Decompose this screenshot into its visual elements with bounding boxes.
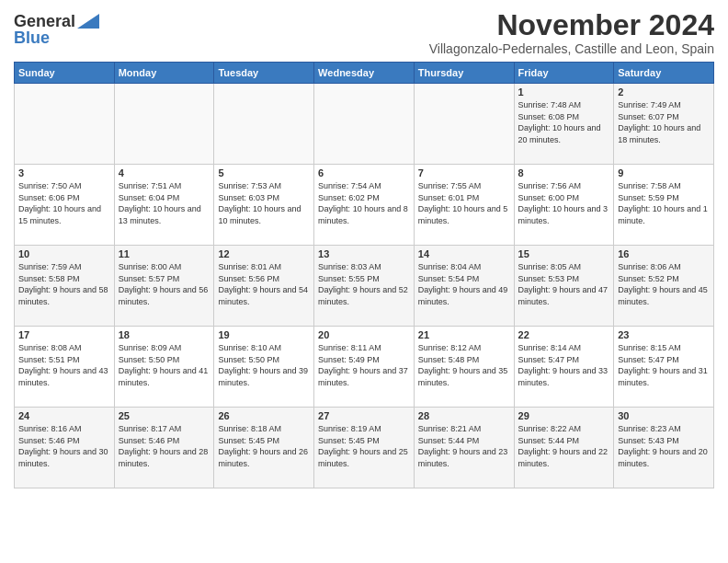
day-info: Sunrise: 7:53 AM Sunset: 6:03 PM Dayligh… (218, 180, 310, 226)
calendar-cell: 22Sunrise: 8:14 AM Sunset: 5:47 PM Dayli… (514, 327, 614, 408)
calendar-cell: 2Sunrise: 7:49 AM Sunset: 6:07 PM Daylig… (614, 84, 714, 165)
day-info: Sunrise: 8:03 AM Sunset: 5:55 PM Dayligh… (318, 261, 410, 307)
day-of-week-header: Wednesday (314, 63, 415, 84)
calendar-cell: 14Sunrise: 8:04 AM Sunset: 5:54 PM Dayli… (414, 246, 514, 327)
calendar-cell: 27Sunrise: 8:19 AM Sunset: 5:45 PM Dayli… (314, 408, 415, 488)
day-info: Sunrise: 8:17 AM Sunset: 5:46 PM Dayligh… (119, 423, 210, 469)
calendar-cell: 19Sunrise: 8:10 AM Sunset: 5:50 PM Dayli… (214, 327, 314, 408)
calendar-cell: 1Sunrise: 7:48 AM Sunset: 6:08 PM Daylig… (514, 84, 614, 165)
calendar-cell: 20Sunrise: 8:11 AM Sunset: 5:49 PM Dayli… (314, 327, 415, 408)
calendar-cell: 3Sunrise: 7:50 AM Sunset: 6:06 PM Daylig… (15, 165, 115, 246)
day-info: Sunrise: 7:54 AM Sunset: 6:02 PM Dayligh… (318, 180, 410, 226)
day-info: Sunrise: 8:21 AM Sunset: 5:44 PM Dayligh… (418, 423, 510, 469)
day-number: 30 (618, 410, 710, 421)
day-info: Sunrise: 7:55 AM Sunset: 6:01 PM Dayligh… (418, 180, 510, 226)
logo-icon (77, 14, 99, 29)
day-of-week-header: Saturday (614, 63, 714, 84)
calendar-week-row: 10Sunrise: 7:59 AM Sunset: 5:58 PM Dayli… (15, 246, 714, 327)
calendar-cell: 28Sunrise: 8:21 AM Sunset: 5:44 PM Dayli… (414, 408, 514, 488)
title-area: November 2024 Villagonzalo-Pedernales, C… (429, 9, 714, 56)
day-number: 13 (318, 248, 410, 259)
day-info: Sunrise: 7:56 AM Sunset: 6:00 PM Dayligh… (518, 180, 610, 226)
day-number: 10 (18, 248, 110, 259)
calendar-cell (214, 84, 314, 165)
day-info: Sunrise: 8:15 AM Sunset: 5:47 PM Dayligh… (618, 342, 710, 388)
day-info: Sunrise: 8:05 AM Sunset: 5:53 PM Dayligh… (518, 261, 610, 307)
calendar-cell: 6Sunrise: 7:54 AM Sunset: 6:02 PM Daylig… (314, 165, 415, 246)
calendar-cell: 30Sunrise: 8:23 AM Sunset: 5:43 PM Dayli… (614, 408, 714, 488)
day-number: 7 (418, 167, 510, 178)
day-number: 15 (518, 248, 610, 259)
calendar-cell: 21Sunrise: 8:12 AM Sunset: 5:48 PM Dayli… (414, 327, 514, 408)
day-info: Sunrise: 8:09 AM Sunset: 5:50 PM Dayligh… (119, 342, 210, 388)
day-info: Sunrise: 7:49 AM Sunset: 6:07 PM Dayligh… (618, 99, 710, 145)
day-number: 19 (218, 329, 310, 340)
day-number: 4 (119, 167, 210, 178)
day-number: 2 (618, 86, 710, 98)
calendar-cell: 11Sunrise: 8:00 AM Sunset: 5:57 PM Dayli… (114, 246, 214, 327)
day-number: 1 (518, 86, 610, 98)
day-info: Sunrise: 8:22 AM Sunset: 5:44 PM Dayligh… (518, 423, 610, 469)
day-number: 6 (318, 167, 410, 178)
calendar-week-row: 3Sunrise: 7:50 AM Sunset: 6:06 PM Daylig… (15, 165, 714, 246)
day-info: Sunrise: 8:19 AM Sunset: 5:45 PM Dayligh… (318, 423, 410, 469)
day-number: 24 (18, 410, 110, 421)
svg-marker-0 (77, 14, 99, 29)
calendar-header-row: SundayMondayTuesdayWednesdayThursdayFrid… (15, 63, 714, 84)
calendar-cell: 29Sunrise: 8:22 AM Sunset: 5:44 PM Dayli… (514, 408, 614, 488)
day-of-week-header: Monday (114, 63, 214, 84)
calendar-cell: 4Sunrise: 7:51 AM Sunset: 6:04 PM Daylig… (114, 165, 214, 246)
day-of-week-header: Friday (514, 63, 614, 84)
calendar-cell: 17Sunrise: 8:08 AM Sunset: 5:51 PM Dayli… (15, 327, 115, 408)
month-title: November 2024 (429, 9, 714, 41)
day-info: Sunrise: 8:12 AM Sunset: 5:48 PM Dayligh… (418, 342, 510, 388)
calendar-cell: 24Sunrise: 8:16 AM Sunset: 5:46 PM Dayli… (15, 408, 115, 488)
day-number: 27 (318, 410, 410, 421)
day-number: 28 (418, 410, 510, 421)
calendar-cell: 25Sunrise: 8:17 AM Sunset: 5:46 PM Dayli… (114, 408, 214, 488)
day-info: Sunrise: 8:00 AM Sunset: 5:57 PM Dayligh… (119, 261, 210, 307)
day-number: 9 (618, 167, 710, 178)
day-number: 17 (18, 329, 110, 340)
day-info: Sunrise: 7:51 AM Sunset: 6:04 PM Dayligh… (119, 180, 210, 226)
day-info: Sunrise: 8:10 AM Sunset: 5:50 PM Dayligh… (218, 342, 310, 388)
calendar-cell: 18Sunrise: 8:09 AM Sunset: 5:50 PM Dayli… (114, 327, 214, 408)
day-number: 22 (518, 329, 610, 340)
day-number: 8 (518, 167, 610, 178)
day-number: 20 (318, 329, 410, 340)
day-number: 26 (218, 410, 310, 421)
calendar-cell: 9Sunrise: 7:58 AM Sunset: 5:59 PM Daylig… (614, 165, 714, 246)
calendar-table: SundayMondayTuesdayWednesdayThursdayFrid… (14, 62, 714, 488)
day-number: 12 (218, 248, 310, 259)
header: General Blue November 2024 Villagonzalo-… (14, 9, 714, 56)
day-number: 21 (418, 329, 510, 340)
logo: General Blue (14, 13, 99, 46)
logo-general-text: General (14, 13, 75, 29)
calendar-cell: 12Sunrise: 8:01 AM Sunset: 5:56 PM Dayli… (214, 246, 314, 327)
calendar-week-row: 17Sunrise: 8:08 AM Sunset: 5:51 PM Dayli… (15, 327, 714, 408)
calendar-cell (314, 84, 415, 165)
calendar-cell: 16Sunrise: 8:06 AM Sunset: 5:52 PM Dayli… (614, 246, 714, 327)
day-info: Sunrise: 8:04 AM Sunset: 5:54 PM Dayligh… (418, 261, 510, 307)
day-number: 25 (119, 410, 210, 421)
day-info: Sunrise: 7:58 AM Sunset: 5:59 PM Dayligh… (618, 180, 710, 226)
day-number: 29 (518, 410, 610, 421)
calendar-cell: 23Sunrise: 8:15 AM Sunset: 5:47 PM Dayli… (614, 327, 714, 408)
calendar-week-row: 24Sunrise: 8:16 AM Sunset: 5:46 PM Dayli… (15, 408, 714, 488)
logo-blue-text: Blue (14, 29, 50, 46)
day-info: Sunrise: 7:59 AM Sunset: 5:58 PM Dayligh… (18, 261, 110, 307)
calendar-cell: 10Sunrise: 7:59 AM Sunset: 5:58 PM Dayli… (15, 246, 115, 327)
calendar-cell: 8Sunrise: 7:56 AM Sunset: 6:00 PM Daylig… (514, 165, 614, 246)
day-number: 5 (218, 167, 310, 178)
day-info: Sunrise: 8:08 AM Sunset: 5:51 PM Dayligh… (18, 342, 110, 388)
calendar-week-row: 1Sunrise: 7:48 AM Sunset: 6:08 PM Daylig… (15, 84, 714, 165)
day-number: 18 (119, 329, 210, 340)
day-number: 23 (618, 329, 710, 340)
day-of-week-header: Tuesday (214, 63, 314, 84)
calendar-cell (114, 84, 214, 165)
day-number: 3 (18, 167, 110, 178)
day-number: 16 (618, 248, 710, 259)
day-info: Sunrise: 7:50 AM Sunset: 6:06 PM Dayligh… (18, 180, 110, 226)
day-info: Sunrise: 8:11 AM Sunset: 5:49 PM Dayligh… (318, 342, 410, 388)
calendar-cell: 7Sunrise: 7:55 AM Sunset: 6:01 PM Daylig… (414, 165, 514, 246)
